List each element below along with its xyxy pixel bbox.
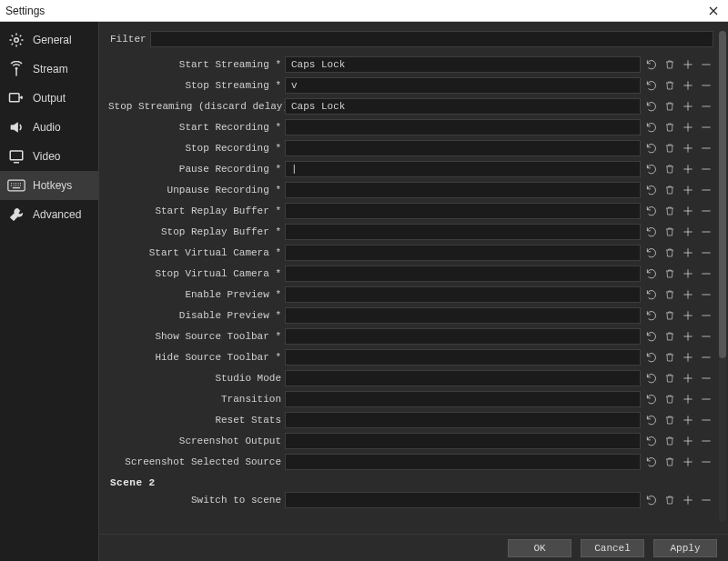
minus-icon[interactable] bbox=[699, 266, 713, 281]
hotkey-input[interactable] bbox=[285, 454, 641, 470]
minus-icon[interactable] bbox=[699, 204, 713, 218]
apply-button[interactable]: Apply bbox=[653, 539, 717, 557]
minus-icon[interactable] bbox=[699, 329, 713, 344]
minus-icon[interactable] bbox=[699, 245, 713, 260]
minus-icon[interactable] bbox=[699, 162, 713, 176]
sidebar-item-video[interactable]: Video bbox=[0, 142, 98, 171]
trash-icon[interactable] bbox=[662, 413, 677, 427]
plus-icon[interactable] bbox=[681, 329, 695, 344]
hotkey-input[interactable] bbox=[285, 119, 641, 135]
plus-icon[interactable] bbox=[681, 204, 695, 218]
plus-icon[interactable] bbox=[681, 245, 695, 260]
plus-icon[interactable] bbox=[681, 78, 695, 93]
trash-icon[interactable] bbox=[662, 183, 677, 197]
ok-button[interactable]: OK bbox=[508, 539, 571, 557]
undo-icon[interactable] bbox=[644, 308, 659, 323]
plus-icon[interactable] bbox=[681, 455, 695, 469]
undo-icon[interactable] bbox=[644, 493, 659, 507]
minus-icon[interactable] bbox=[699, 434, 713, 448]
plus-icon[interactable] bbox=[681, 99, 695, 114]
hotkey-input[interactable] bbox=[285, 433, 641, 449]
plus-icon[interactable] bbox=[681, 120, 695, 135]
trash-icon[interactable] bbox=[662, 204, 677, 218]
trash-icon[interactable] bbox=[662, 99, 677, 114]
hotkey-input[interactable] bbox=[285, 182, 641, 198]
undo-icon[interactable] bbox=[644, 183, 659, 197]
undo-icon[interactable] bbox=[644, 78, 659, 93]
sidebar-item-audio[interactable]: Audio bbox=[0, 113, 98, 142]
trash-icon[interactable] bbox=[662, 266, 677, 281]
undo-icon[interactable] bbox=[644, 392, 659, 406]
hotkey-input[interactable] bbox=[285, 286, 641, 303]
trash-icon[interactable] bbox=[662, 350, 677, 365]
hotkey-input[interactable] bbox=[285, 492, 641, 508]
window-close-button[interactable] bbox=[704, 2, 723, 20]
undo-icon[interactable] bbox=[644, 225, 659, 239]
minus-icon[interactable] bbox=[699, 371, 713, 386]
minus-icon[interactable] bbox=[699, 350, 713, 365]
trash-icon[interactable] bbox=[662, 225, 677, 239]
hotkey-input[interactable]: Caps Lock bbox=[285, 56, 641, 73]
trash-icon[interactable] bbox=[662, 245, 677, 260]
trash-icon[interactable] bbox=[662, 57, 677, 72]
undo-icon[interactable] bbox=[644, 99, 659, 114]
hotkey-input[interactable] bbox=[285, 203, 641, 219]
minus-icon[interactable] bbox=[699, 392, 713, 406]
undo-icon[interactable] bbox=[644, 120, 659, 135]
hotkey-input[interactable] bbox=[285, 245, 641, 261]
cancel-button[interactable]: Cancel bbox=[581, 539, 644, 557]
plus-icon[interactable] bbox=[681, 225, 695, 239]
minus-icon[interactable] bbox=[699, 493, 713, 507]
hotkey-input[interactable]: Caps Lock bbox=[285, 98, 641, 115]
minus-icon[interactable] bbox=[699, 99, 713, 114]
trash-icon[interactable] bbox=[662, 392, 677, 406]
undo-icon[interactable] bbox=[644, 204, 659, 218]
minus-icon[interactable] bbox=[699, 455, 713, 469]
sidebar-item-stream[interactable]: Stream bbox=[0, 55, 98, 84]
plus-icon[interactable] bbox=[681, 493, 695, 507]
trash-icon[interactable] bbox=[662, 434, 677, 448]
minus-icon[interactable] bbox=[699, 141, 713, 155]
minus-icon[interactable] bbox=[699, 120, 713, 135]
minus-icon[interactable] bbox=[699, 78, 713, 93]
undo-icon[interactable] bbox=[644, 266, 659, 281]
hotkey-input[interactable] bbox=[285, 265, 641, 282]
plus-icon[interactable] bbox=[681, 308, 695, 323]
undo-icon[interactable] bbox=[644, 141, 659, 155]
plus-icon[interactable] bbox=[681, 434, 695, 448]
hotkey-input[interactable] bbox=[285, 349, 641, 366]
minus-icon[interactable] bbox=[699, 225, 713, 239]
hotkey-input[interactable] bbox=[285, 370, 641, 386]
plus-icon[interactable] bbox=[681, 141, 695, 155]
undo-icon[interactable] bbox=[644, 329, 659, 344]
filter-input[interactable] bbox=[150, 31, 713, 47]
undo-icon[interactable] bbox=[644, 350, 659, 365]
minus-icon[interactable] bbox=[699, 57, 713, 72]
trash-icon[interactable] bbox=[662, 329, 677, 344]
plus-icon[interactable] bbox=[681, 392, 695, 406]
hotkey-input[interactable] bbox=[285, 224, 641, 240]
trash-icon[interactable] bbox=[662, 120, 677, 135]
trash-icon[interactable] bbox=[662, 141, 677, 155]
plus-icon[interactable] bbox=[681, 266, 695, 281]
scrollbar[interactable] bbox=[719, 31, 726, 522]
hotkey-input[interactable]: v bbox=[285, 77, 641, 94]
trash-icon[interactable] bbox=[662, 308, 677, 323]
hotkey-input[interactable] bbox=[285, 391, 641, 407]
sidebar-item-output[interactable]: Output bbox=[0, 84, 98, 113]
undo-icon[interactable] bbox=[644, 434, 659, 448]
trash-icon[interactable] bbox=[662, 455, 677, 469]
sidebar-item-advanced[interactable]: Advanced bbox=[0, 200, 98, 229]
hotkey-input[interactable] bbox=[285, 328, 641, 345]
trash-icon[interactable] bbox=[662, 287, 677, 302]
plus-icon[interactable] bbox=[681, 183, 695, 197]
sidebar-item-general[interactable]: General bbox=[0, 25, 98, 55]
plus-icon[interactable] bbox=[681, 371, 695, 386]
plus-icon[interactable] bbox=[681, 57, 695, 72]
minus-icon[interactable] bbox=[699, 413, 713, 427]
undo-icon[interactable] bbox=[644, 371, 659, 386]
undo-icon[interactable] bbox=[644, 287, 659, 302]
plus-icon[interactable] bbox=[681, 413, 695, 427]
hotkey-input[interactable]: | bbox=[285, 161, 641, 177]
minus-icon[interactable] bbox=[699, 183, 713, 197]
